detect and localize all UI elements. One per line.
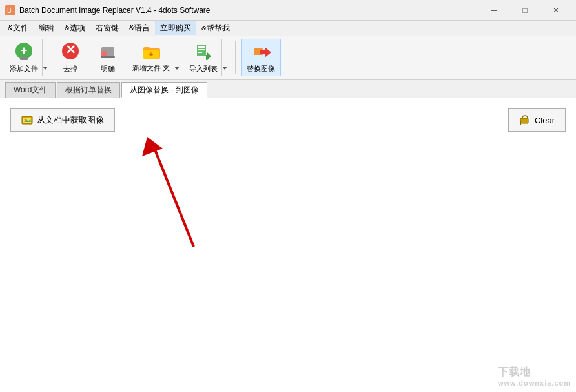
new-folder-label: 新增文件 夹 bbox=[132, 64, 170, 72]
title-bar-controls: ─ □ ✕ bbox=[479, 1, 571, 19]
svg-marker-17 bbox=[207, 52, 211, 60]
import-list-button[interactable]: 导入列表 bbox=[185, 39, 221, 76]
import-icon bbox=[193, 42, 214, 63]
add-file-label: 添加文件 bbox=[10, 64, 38, 74]
menu-edit[interactable]: 编辑 bbox=[34, 21, 59, 35]
clear-btn-icon bbox=[519, 114, 531, 126]
tab-word-files[interactable]: Word文件 bbox=[5, 82, 56, 98]
replace-image-button[interactable]: 替换图像 bbox=[241, 39, 281, 76]
add-file-button[interactable]: + 添加文件 bbox=[6, 39, 42, 76]
add-file-dropdown[interactable] bbox=[42, 39, 50, 76]
clear-icon bbox=[98, 42, 118, 63]
menu-bar: &文件 编辑 &选项 右窗键 &语言 立即购买 &帮帮我 bbox=[0, 21, 576, 36]
tab-order-replace[interactable]: 根据订单替换 bbox=[57, 82, 120, 98]
svg-rect-4 bbox=[20, 57, 28, 60]
chevron-down-icon-2 bbox=[174, 65, 180, 70]
clear-all-button[interactable]: 明确 bbox=[90, 39, 125, 76]
chevron-down-icon bbox=[43, 65, 48, 70]
folder-icon: + bbox=[141, 42, 161, 63]
main-content: 从文档中获取图像 Clear 下载地 www.d bbox=[0, 98, 576, 392]
svg-rect-10 bbox=[101, 56, 115, 58]
tab-image-replace[interactable]: 从图像替换 - 到图像 bbox=[121, 82, 207, 98]
svg-rect-9 bbox=[101, 51, 107, 56]
menu-language[interactable]: &语言 bbox=[124, 21, 155, 35]
red-arrow bbox=[129, 130, 232, 260]
replace-image-label: 替换图像 bbox=[247, 64, 275, 74]
add-file-group[interactable]: + 添加文件 bbox=[5, 39, 50, 76]
import-list-dropdown[interactable] bbox=[221, 39, 229, 76]
menu-file[interactable]: &文件 bbox=[3, 21, 34, 35]
svg-marker-28 bbox=[142, 137, 163, 156]
menu-options[interactable]: &选项 bbox=[59, 21, 90, 35]
toolbar: + 添加文件 ✕ 去掉 bbox=[0, 36, 576, 80]
new-folder-group[interactable]: + 新增文件 夹 bbox=[128, 39, 182, 76]
import-list-group[interactable]: 导入列表 bbox=[185, 39, 230, 76]
new-folder-button[interactable]: + 新增文件 夹 bbox=[129, 39, 174, 76]
menu-help[interactable]: &帮帮我 bbox=[196, 21, 235, 35]
svg-marker-12 bbox=[174, 67, 180, 70]
extract-icon bbox=[21, 114, 33, 126]
svg-line-27 bbox=[155, 150, 194, 247]
svg-rect-15 bbox=[198, 49, 205, 50]
extract-button[interactable]: 从文档中获取图像 bbox=[10, 108, 115, 132]
close-button[interactable]: ✕ bbox=[541, 1, 571, 19]
menu-rightclick[interactable]: 右窗键 bbox=[90, 21, 124, 35]
new-folder-dropdown[interactable] bbox=[174, 39, 181, 76]
toolbar-separator bbox=[235, 41, 236, 74]
title-bar: B Batch Document Image Replacer V1.4 - 4… bbox=[0, 0, 576, 21]
import-list-label: 导入列表 bbox=[189, 64, 218, 74]
chevron-down-icon-3 bbox=[222, 65, 227, 70]
svg-text:B: B bbox=[7, 7, 12, 14]
svg-text:+: + bbox=[21, 44, 28, 57]
clear-button-label: Clear bbox=[535, 116, 555, 125]
remove-button[interactable]: ✕ 去掉 bbox=[53, 39, 88, 76]
svg-marker-5 bbox=[43, 67, 48, 70]
svg-text:+: + bbox=[149, 50, 153, 58]
replace-icon bbox=[251, 42, 271, 63]
minimize-button[interactable]: ─ bbox=[479, 1, 509, 19]
svg-rect-30 bbox=[520, 121, 521, 125]
menu-buynow[interactable]: 立即购买 bbox=[155, 21, 196, 35]
tabs-bar: Word文件 根据订单替换 从图像替换 - 到图像 bbox=[0, 80, 576, 98]
svg-marker-19 bbox=[222, 67, 227, 70]
content-area: 从文档中获取图像 Clear bbox=[0, 98, 576, 392]
svg-rect-22 bbox=[260, 50, 267, 54]
svg-text:✕: ✕ bbox=[65, 43, 76, 57]
clear-all-label: 明确 bbox=[101, 64, 115, 74]
svg-rect-16 bbox=[198, 52, 202, 53]
svg-rect-29 bbox=[520, 118, 528, 123]
remove-label: 去掉 bbox=[63, 64, 77, 74]
add-icon: + bbox=[14, 42, 34, 63]
svg-rect-18 bbox=[206, 55, 207, 60]
clear-button[interactable]: Clear bbox=[508, 108, 566, 132]
svg-rect-14 bbox=[198, 46, 205, 48]
maximize-button[interactable]: □ bbox=[510, 1, 540, 19]
title-text: Batch Document Image Replacer V1.4 - 4do… bbox=[19, 6, 210, 15]
title-bar-left: B Batch Document Image Replacer V1.4 - 4… bbox=[5, 5, 210, 15]
extract-button-label: 从文档中获取图像 bbox=[37, 114, 104, 126]
remove-icon: ✕ bbox=[60, 42, 81, 63]
app-icon: B bbox=[5, 5, 15, 15]
